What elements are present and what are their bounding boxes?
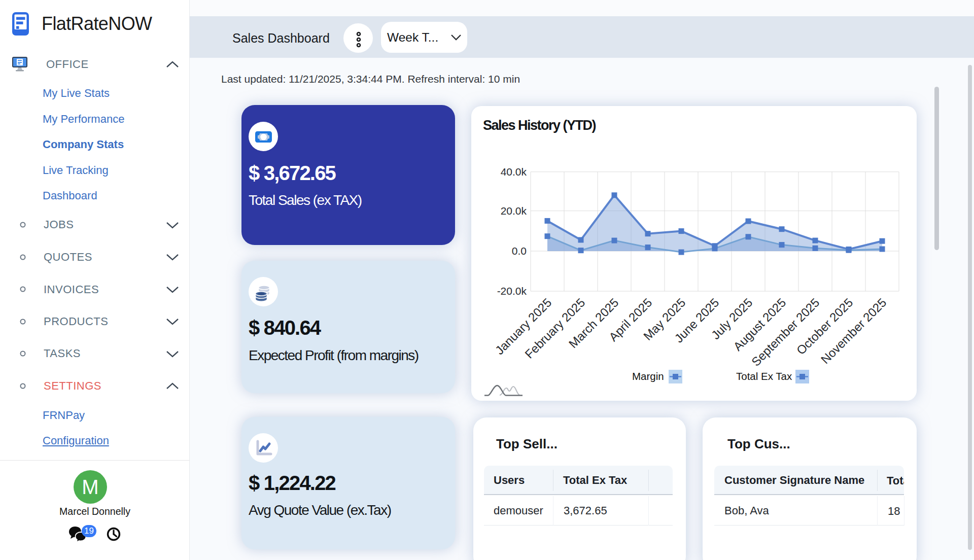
svg-text:0.0: 0.0: [512, 245, 527, 257]
svg-text:Total Ex Tax: Total Ex Tax: [736, 370, 792, 382]
svg-text:40.0k: 40.0k: [501, 166, 527, 178]
svg-text:February 2025: February 2025: [522, 295, 587, 361]
svg-text:-20.0k: -20.0k: [497, 285, 527, 297]
svg-text:20.0k: 20.0k: [501, 205, 527, 217]
svg-text:Margin: Margin: [632, 370, 664, 382]
svg-text:January 2025: January 2025: [493, 295, 554, 357]
